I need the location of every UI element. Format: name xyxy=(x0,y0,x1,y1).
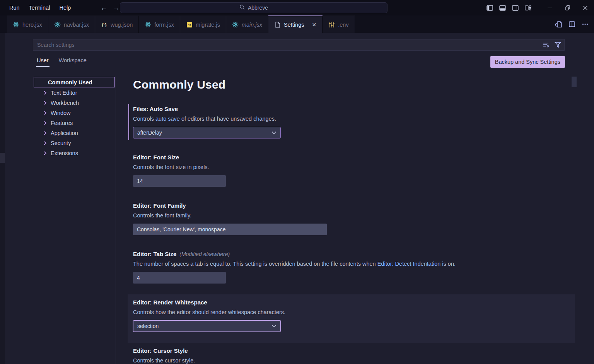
toggle-secondary-sidebar-icon[interactable] xyxy=(512,5,519,11)
svg-text:JS: JS xyxy=(188,24,191,27)
setting-value-input[interactable] xyxy=(133,175,226,187)
more-actions-icon[interactable] xyxy=(582,21,589,28)
tab-navbar-jsx[interactable]: navbar.jsx xyxy=(48,15,95,33)
settings-list: Commonly Used Files: Auto SaveControls a… xyxy=(116,76,594,364)
setting-title: Editor: Font Family xyxy=(133,202,186,209)
nav-arrows: ← → xyxy=(100,4,119,11)
setting-description-text: Controls xyxy=(133,116,155,122)
menu-item-help[interactable]: Help xyxy=(55,3,75,13)
close-window-button[interactable] xyxy=(576,0,594,15)
tab-hero-jsx[interactable]: hero.jsx xyxy=(7,15,48,33)
setting-value-input[interactable] xyxy=(133,224,327,235)
react-icon xyxy=(232,21,239,28)
tab-form-jsx[interactable]: form.jsx xyxy=(139,15,180,33)
window-controls xyxy=(541,0,594,15)
editor-actions xyxy=(555,15,589,33)
setting-select-dropdown[interactable]: afterDelay xyxy=(133,127,281,138)
scope-tab-workspace[interactable]: Workspace xyxy=(59,57,87,67)
setting-description-text: The number of spaces a tab is equal to. … xyxy=(133,261,377,267)
tree-item-extensions[interactable]: Extensions xyxy=(33,148,116,158)
clear-settings-search-icon[interactable] xyxy=(543,41,550,48)
tree-item-label: Text Editor xyxy=(51,90,77,96)
setting-description-text: Controls how the editor should render wh… xyxy=(133,309,285,315)
setting-description-text: is on. xyxy=(440,261,456,267)
tab-label: migrate.js xyxy=(196,22,220,28)
setting-value-input[interactable] xyxy=(133,272,226,284)
chevron-right-icon xyxy=(43,131,47,135)
tree-item-label: Extensions xyxy=(51,150,78,156)
toggle-panel-icon[interactable] xyxy=(499,5,506,11)
toggle-primary-sidebar-icon[interactable] xyxy=(486,5,493,11)
scope-tab-user[interactable]: User xyxy=(37,57,49,67)
titlebar: RunTerminalHelp ← → Abbreve xyxy=(0,0,594,15)
tree-item-commonly-used[interactable]: Commonly Used xyxy=(34,77,115,87)
svg-text:{·}: {·} xyxy=(102,22,107,27)
tree-item-label: Commonly Used xyxy=(48,79,92,85)
tab-label: wug.json xyxy=(111,22,133,28)
setting-select-dropdown[interactable]: selection xyxy=(133,320,281,332)
forward-arrow-icon[interactable]: → xyxy=(113,4,119,11)
tree-item-label: Window xyxy=(51,110,71,116)
tab-label: main.jsx xyxy=(242,22,262,28)
tree-item-text-editor[interactable]: Text Editor xyxy=(33,88,116,98)
tree-item-label: Workbench xyxy=(51,100,79,106)
settings-editor: UserWorkspace Backup and Sync Settings C… xyxy=(5,33,594,364)
customize-layout-icon[interactable] xyxy=(525,5,531,11)
setting-description-link[interactable]: auto save xyxy=(155,116,180,122)
tree-item-window[interactable]: Window xyxy=(33,108,116,118)
open-settings-json-icon[interactable] xyxy=(555,21,562,28)
chevron-right-icon xyxy=(43,141,47,145)
command-center-title: Abbreve xyxy=(248,5,268,11)
setting-item-editor-cursor-style: Editor: Cursor StyleControls the cursor … xyxy=(128,343,594,364)
setting-description-text: of editors that have unsaved changes. xyxy=(180,116,276,122)
close-tab-icon[interactable]: ✕ xyxy=(312,22,317,28)
tree-item-features[interactable]: Features xyxy=(33,118,116,128)
minimize-button[interactable] xyxy=(541,0,558,15)
back-arrow-icon[interactable]: ← xyxy=(100,4,107,11)
tab-env[interactable]: .env xyxy=(323,15,355,33)
chevron-down-icon xyxy=(271,323,277,329)
scrollbar-thumb[interactable] xyxy=(572,77,577,87)
backup-and-sync-settings-button[interactable]: Backup and Sync Settings xyxy=(490,56,565,68)
chevron-right-icon xyxy=(43,91,47,95)
restore-button[interactable] xyxy=(558,0,576,15)
tab-migrate-js[interactable]: JSmigrate.js xyxy=(180,15,226,33)
settings-scope-row: UserWorkspace Backup and Sync Settings xyxy=(33,57,594,70)
filter-settings-icon[interactable] xyxy=(554,41,561,48)
setting-description: Controls how the editor should render wh… xyxy=(133,309,575,315)
setting-title: Files: Auto Save xyxy=(133,106,178,112)
tab-main-jsx[interactable]: main.jsx xyxy=(226,15,268,33)
layout-controls xyxy=(486,5,531,11)
setting-description: The number of spaces a tab is equal to. … xyxy=(133,261,594,267)
menu-item-run[interactable]: Run xyxy=(5,3,24,13)
tree-item-label: Features xyxy=(51,120,73,126)
menu-item-terminal[interactable]: Terminal xyxy=(25,3,54,13)
setting-title: Editor: Font Size xyxy=(133,154,179,161)
setting-title: Editor: Cursor Style xyxy=(133,347,188,354)
tree-item-security[interactable]: Security xyxy=(33,138,116,148)
setting-item-editor-font-family: Editor: Font FamilyControls the font fam… xyxy=(128,198,594,246)
tab-wug-json[interactable]: {·}wug.json xyxy=(95,15,139,33)
left-strip-notch xyxy=(0,153,5,163)
setting-description-link[interactable]: Editor: Detect Indentation xyxy=(377,261,441,267)
tree-item-application[interactable]: Application xyxy=(33,128,116,138)
chevron-down-icon xyxy=(271,130,277,136)
split-editor-icon[interactable] xyxy=(568,21,575,28)
react-icon xyxy=(54,21,61,28)
setting-description-text: Controls the cursor style. xyxy=(133,357,195,364)
select-value: afterDelay xyxy=(137,130,162,136)
chevron-right-icon xyxy=(43,101,47,105)
setting-description-text: Controls the font family. xyxy=(133,212,191,219)
settings-search-input[interactable] xyxy=(37,42,543,48)
chevron-right-icon xyxy=(43,151,47,156)
tab-settings[interactable]: Settings✕ xyxy=(268,15,323,33)
tab-label: Settings xyxy=(284,22,304,28)
chevron-right-icon xyxy=(43,111,47,115)
js-icon: JS xyxy=(186,21,193,28)
settings-tree: Commonly UsedText EditorWorkbenchWindowF… xyxy=(33,76,116,364)
command-center[interactable]: Abbreve xyxy=(120,2,387,13)
setting-title: Editor: Tab Size xyxy=(133,251,176,257)
braces-icon: {·} xyxy=(101,21,108,28)
tree-item-label: Application xyxy=(51,130,78,136)
tree-item-workbench[interactable]: Workbench xyxy=(33,98,116,108)
